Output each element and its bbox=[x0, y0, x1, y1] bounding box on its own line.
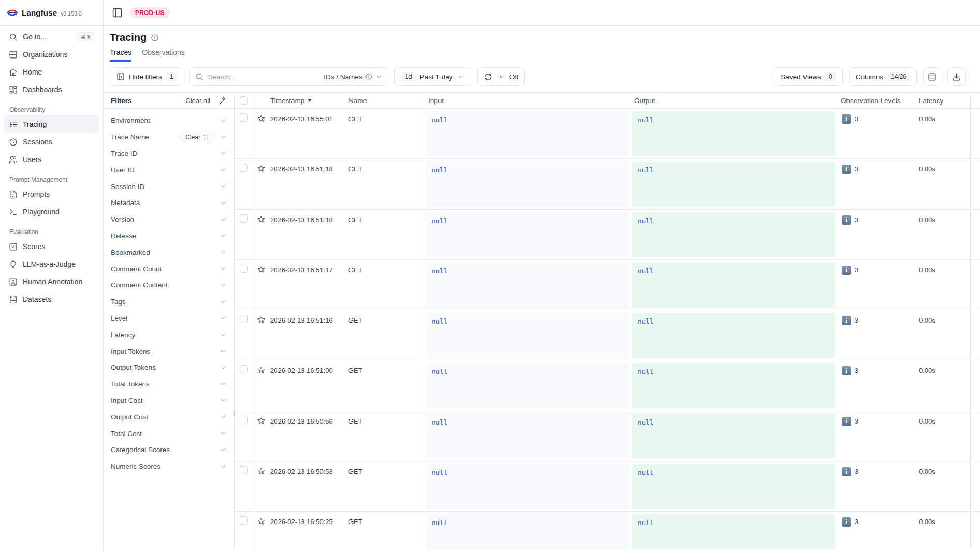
header-timestamp[interactable]: Timestamp bbox=[269, 97, 347, 105]
filter-row[interactable]: Trace ID bbox=[104, 146, 234, 162]
star-icon[interactable] bbox=[257, 366, 266, 374]
filter-row[interactable]: Tags bbox=[104, 294, 234, 310]
filter-row[interactable]: Total Cost bbox=[104, 425, 234, 442]
table-row[interactable]: 2026-02-13 16:50:56 GET null null i 3 bbox=[235, 411, 980, 461]
filter-clear-pill[interactable]: Clear bbox=[180, 132, 214, 142]
table-row[interactable]: 2026-02-13 16:50:25 GET null null i 3 bbox=[235, 512, 980, 549]
input-preview[interactable]: null bbox=[426, 313, 629, 358]
sidebar-item-scores[interactable]: Scores bbox=[4, 238, 99, 255]
logo-row[interactable]: Langfuse v3.153.0 bbox=[0, 0, 103, 26]
output-preview[interactable]: null bbox=[632, 313, 835, 358]
header-output[interactable]: Output bbox=[631, 97, 837, 105]
output-preview[interactable]: null bbox=[632, 162, 835, 207]
filter-row[interactable]: Total Tokens bbox=[104, 376, 234, 393]
input-preview[interactable]: null bbox=[426, 414, 629, 459]
output-preview[interactable]: null bbox=[632, 111, 835, 156]
table-row[interactable]: 2026-02-13 16:51:17 GET null null i 3 bbox=[235, 260, 980, 310]
filter-row[interactable]: User ID bbox=[104, 162, 234, 178]
filter-row[interactable]: Level bbox=[104, 310, 234, 327]
row-checkbox[interactable] bbox=[240, 365, 248, 373]
star-icon[interactable] bbox=[257, 315, 266, 324]
filter-row[interactable]: Trace Name Clear bbox=[104, 129, 234, 146]
input-preview[interactable]: null bbox=[426, 162, 629, 207]
table-row[interactable]: 2026-02-13 16:51:16 GET null null i 3 bbox=[235, 310, 980, 360]
sidebar-item-datasets[interactable]: Datasets bbox=[4, 291, 99, 308]
time-range-button[interactable]: 1d Past 1 day bbox=[394, 67, 471, 86]
star-icon[interactable] bbox=[257, 164, 266, 173]
columns-button[interactable]: Columns 14/26 bbox=[849, 67, 917, 86]
filter-row[interactable]: Comment Content bbox=[104, 277, 234, 294]
search-input[interactable] bbox=[208, 73, 319, 81]
filter-row[interactable]: Release bbox=[104, 228, 234, 244]
row-checkbox[interactable] bbox=[240, 416, 248, 424]
filter-row[interactable]: Version bbox=[104, 211, 234, 228]
filter-row[interactable]: Bookmarked bbox=[104, 244, 234, 260]
sidebar-item-human-annotation[interactable]: Human Annotation bbox=[4, 273, 99, 291]
row-checkbox[interactable] bbox=[240, 265, 248, 273]
filter-row[interactable]: Session ID bbox=[104, 178, 234, 195]
star-icon[interactable] bbox=[257, 114, 266, 123]
output-preview[interactable]: null bbox=[632, 464, 835, 509]
tab-traces[interactable]: Traces bbox=[110, 48, 131, 62]
filter-row[interactable]: Environment bbox=[104, 112, 234, 129]
table-row[interactable]: 2026-02-13 16:51:00 GET null null i 3 bbox=[235, 360, 980, 411]
filter-row[interactable]: Output Cost bbox=[104, 409, 234, 425]
sidebar-item-home[interactable]: Home bbox=[4, 63, 99, 81]
goto-search[interactable]: Go to... ⌘ K bbox=[4, 28, 99, 46]
input-preview[interactable]: null bbox=[426, 363, 629, 408]
input-preview[interactable]: null bbox=[426, 514, 629, 549]
table-row[interactable]: 2026-02-13 16:55:01 GET null null i 3 bbox=[235, 109, 980, 159]
sidebar-toggle-icon[interactable] bbox=[111, 7, 123, 19]
output-preview[interactable]: null bbox=[632, 414, 835, 459]
filter-row[interactable]: Input Cost bbox=[104, 393, 234, 409]
clear-all-filters[interactable]: Clear all bbox=[185, 97, 210, 105]
filter-row[interactable]: Metadata bbox=[104, 195, 234, 211]
filter-row[interactable]: Comment Count bbox=[104, 260, 234, 277]
input-preview[interactable]: null bbox=[426, 111, 629, 156]
star-icon[interactable] bbox=[257, 215, 266, 224]
table-row[interactable]: 2026-02-13 16:51:18 GET null null i 3 bbox=[235, 210, 980, 260]
sidebar-item-tracing[interactable]: Tracing bbox=[4, 115, 99, 133]
header-input[interactable]: Input bbox=[425, 97, 631, 105]
export-button[interactable] bbox=[947, 67, 966, 86]
header-latency[interactable]: Latency bbox=[915, 97, 970, 105]
input-preview[interactable]: null bbox=[426, 464, 629, 509]
input-preview[interactable]: null bbox=[426, 263, 629, 308]
filter-row[interactable]: Input Tokens bbox=[104, 343, 234, 359]
hide-filters-button[interactable]: Hide filters 1 bbox=[110, 67, 183, 86]
header-name[interactable]: Name bbox=[347, 97, 425, 105]
row-checkbox[interactable] bbox=[240, 466, 248, 474]
row-checkbox[interactable] bbox=[240, 113, 248, 122]
saved-views-button[interactable]: Saved Views 0 bbox=[774, 67, 842, 86]
filter-row[interactable]: Numeric Scores bbox=[104, 458, 234, 475]
tab-observations[interactable]: Observations bbox=[142, 48, 184, 62]
row-checkbox[interactable] bbox=[240, 164, 248, 172]
sidebar-item-llm-as-a-judge[interactable]: LLM-as-a-Judge bbox=[4, 255, 99, 273]
table-row[interactable]: 2026-02-13 16:51:18 GET null null i 3 bbox=[235, 159, 980, 209]
header-observation-levels[interactable]: Observation Levels bbox=[837, 97, 915, 105]
filter-row[interactable]: Categorical Scores bbox=[104, 442, 234, 458]
sidebar-item-users[interactable]: Users bbox=[4, 151, 99, 168]
sidebar-item-playground[interactable]: Playground bbox=[4, 203, 99, 221]
table-row[interactable]: 2026-02-13 16:50:53 GET null null i 3 bbox=[235, 461, 980, 512]
environment-badge[interactable]: PROD-US bbox=[130, 7, 170, 18]
magic-wand-icon[interactable] bbox=[218, 96, 227, 105]
star-icon[interactable] bbox=[257, 265, 266, 274]
row-checkbox[interactable] bbox=[240, 516, 248, 525]
output-preview[interactable]: null bbox=[632, 514, 835, 549]
select-all-checkbox[interactable] bbox=[240, 96, 248, 105]
sidebar-item-prompts[interactable]: Prompts bbox=[4, 185, 99, 203]
sidebar-item-sessions[interactable]: Sessions bbox=[4, 133, 99, 151]
row-checkbox[interactable] bbox=[240, 315, 248, 323]
star-icon[interactable] bbox=[257, 416, 266, 425]
row-checkbox[interactable] bbox=[240, 214, 248, 223]
input-preview[interactable]: null bbox=[426, 212, 629, 257]
row-height-button[interactable] bbox=[923, 67, 941, 86]
refresh-button[interactable]: Off bbox=[477, 67, 525, 86]
output-preview[interactable]: null bbox=[632, 263, 835, 308]
filter-row[interactable]: Output Tokens bbox=[104, 359, 234, 376]
sidebar-item-dashboards[interactable]: Dashboards bbox=[4, 81, 99, 98]
search-scope-dropdown[interactable]: IDs / Names bbox=[324, 73, 383, 81]
output-preview[interactable]: null bbox=[632, 212, 835, 257]
star-icon[interactable] bbox=[257, 517, 266, 526]
